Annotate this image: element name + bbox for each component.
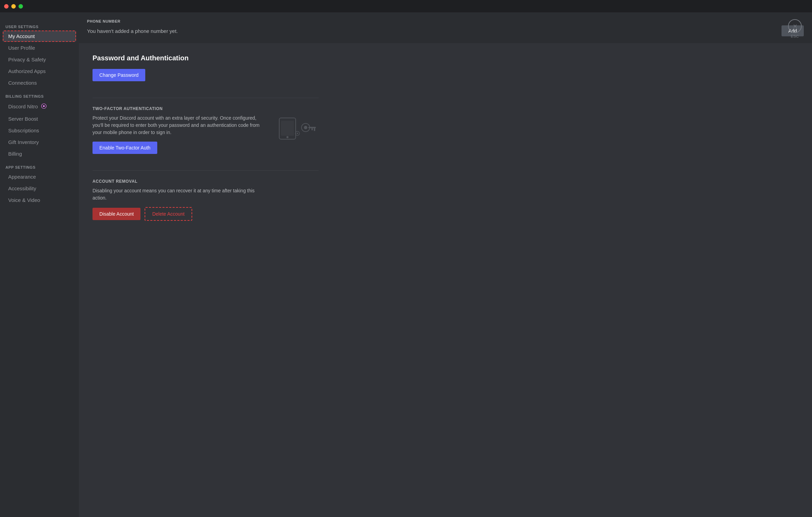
twofa-description: Protect your Discord account with an ext… [93, 115, 264, 136]
sidebar-item-voice-video[interactable]: Voice & Video [3, 194, 76, 206]
sidebar-item-label: Server Boost [8, 116, 38, 122]
sidebar-item-my-account[interactable]: My Account [3, 31, 76, 42]
phone-number-section: PHONE NUMBER You haven't added a phone n… [79, 12, 812, 43]
sidebar: User Settings My Account User Profile Pr… [0, 12, 79, 517]
phone-number-label: PHONE NUMBER [87, 19, 804, 23]
phone-placeholder-text: You haven't added a phone number yet. [87, 28, 178, 34]
sidebar-item-label: Voice & Video [8, 197, 40, 203]
billing-settings-label: Billing Settings [0, 89, 79, 100]
svg-rect-7 [311, 128, 313, 130]
twofa-text-block: Protect your Discord account with an ext… [93, 115, 271, 162]
sidebar-item-label: Discord Nitro [8, 104, 38, 109]
account-removal-label: ACCOUNT REMOVAL [93, 179, 319, 184]
divider-2 [93, 170, 319, 171]
sidebar-item-discord-nitro[interactable]: Discord Nitro ⦿ [3, 100, 76, 113]
svg-rect-1 [281, 121, 294, 136]
sidebar-item-label: Appearance [8, 174, 36, 180]
app-container: User Settings My Account User Profile Pr… [0, 12, 812, 517]
sidebar-item-label: My Account [8, 33, 35, 39]
sidebar-item-label: User Profile [8, 45, 35, 51]
sidebar-item-label: Authorized Apps [8, 68, 46, 74]
sidebar-item-subscriptions[interactable]: Subscriptions [3, 125, 76, 136]
sidebar-item-server-boost[interactable]: Server Boost [3, 113, 76, 124]
twofa-illustration [278, 115, 319, 142]
delete-account-button[interactable]: Delete Account [145, 207, 192, 221]
sidebar-item-label: Billing [8, 151, 22, 157]
sidebar-item-label: Accessibility [8, 185, 36, 191]
sidebar-item-label: Gift Inventory [8, 139, 39, 145]
esc-label: ESC [791, 34, 799, 38]
close-button[interactable] [4, 4, 9, 9]
sidebar-item-label: Subscriptions [8, 128, 39, 133]
sidebar-item-appearance[interactable]: Appearance [3, 171, 76, 182]
enable-twofa-button[interactable]: Enable Two-Factor Auth [93, 142, 157, 154]
change-password-button[interactable]: Change Password [93, 69, 145, 81]
account-removal-description: Disabling your account means you can rec… [93, 187, 264, 202]
svg-point-4 [304, 126, 307, 129]
sidebar-item-authorized-apps[interactable]: Authorized Apps [3, 65, 76, 77]
sidebar-item-privacy-safety[interactable]: Privacy & Safety [3, 54, 76, 65]
divider-1 [93, 98, 319, 98]
sidebar-item-connections[interactable]: Connections [3, 77, 76, 88]
minimize-button[interactable] [11, 4, 16, 9]
svg-point-2 [286, 136, 288, 138]
content-inner: Password and Authentication Change Passw… [79, 54, 332, 248]
twofa-container: Protect your Discord account with an ext… [93, 115, 319, 162]
maximize-button[interactable] [19, 4, 23, 9]
close-icon: ✕ [788, 19, 802, 33]
disable-account-button[interactable]: Disable Account [93, 208, 140, 220]
phone-row: You haven't added a phone number yet. Ad… [87, 25, 804, 36]
title-bar [0, 0, 812, 12]
sidebar-item-label: Privacy & Safety [8, 57, 46, 62]
sidebar-item-gift-inventory[interactable]: Gift Inventory [3, 136, 76, 148]
main-content: ✕ ESC PHONE NUMBER You haven't added a p… [79, 12, 812, 517]
svg-rect-6 [314, 128, 315, 131]
sidebar-item-user-profile[interactable]: User Profile [3, 42, 76, 53]
twofa-label: TWO-FACTOR AUTHENTICATION [93, 106, 319, 111]
app-settings-label: App Settings [0, 160, 79, 171]
svg-rect-5 [308, 127, 316, 128]
user-settings-label: User Settings [0, 19, 79, 30]
sidebar-item-label: Connections [8, 80, 37, 86]
sidebar-item-billing[interactable]: Billing [3, 148, 76, 159]
sidebar-item-accessibility[interactable]: Accessibility [3, 183, 76, 194]
nitro-icon: ⦿ [41, 103, 47, 110]
esc-button[interactable]: ✕ ESC [788, 19, 802, 38]
svg-point-9 [297, 133, 298, 134]
password-auth-title: Password and Authentication [93, 54, 319, 62]
account-removal-buttons: Disable Account Delete Account [93, 207, 319, 221]
